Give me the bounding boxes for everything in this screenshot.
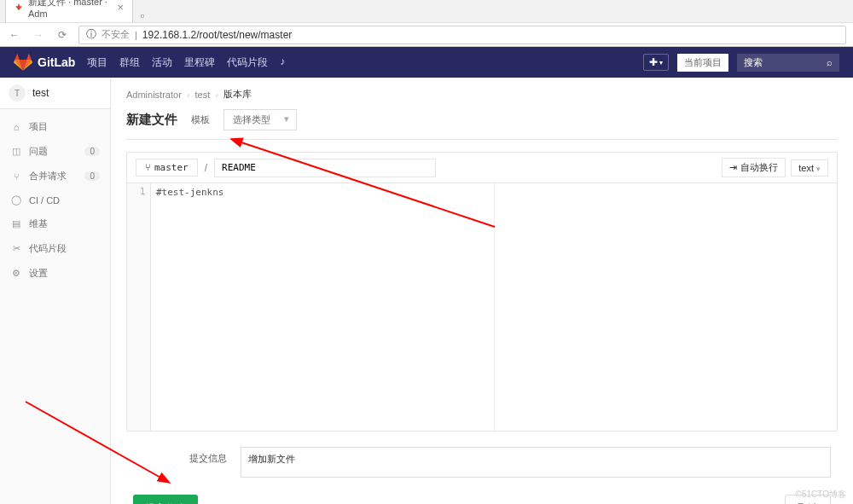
sidebar-label: 代码片段 bbox=[29, 242, 100, 255]
commit-section: 提交信息 增加新文件 提交修改 取消 bbox=[126, 447, 838, 504]
merge-badge: 0 bbox=[84, 171, 100, 181]
browser-chrome: 新建文件 · master · Adm × ▫ ← → ⟳ ⓘ 不安全 | 19… bbox=[0, 0, 853, 47]
search-icon: ⌕ bbox=[827, 57, 833, 67]
sidebar-label: 项目 bbox=[29, 120, 100, 133]
gitlab-header: GitLab 项目 群组 活动 里程碑 代码片段 ♪ ✚ ▾ 当前项目 搜索 ⌕ bbox=[0, 47, 853, 78]
wiki-icon: ▤ bbox=[10, 218, 22, 229]
new-tab-button[interactable]: ▫ bbox=[133, 9, 151, 22]
template-select[interactable]: 选择类型 bbox=[223, 109, 297, 130]
editor-area[interactable]: 1 #test-jenkns bbox=[127, 183, 837, 431]
header-nav: 项目 群组 活动 里程碑 代码片段 ♪ bbox=[87, 55, 285, 70]
sidebar-items: ⌂ 项目 ◫ 问题 0 ⑂ 合并请求 0 ◯ CI / CD ▤ 维基 bbox=[0, 109, 110, 291]
url-input[interactable]: ⓘ 不安全 | 192.168.1.2/root/test/new/master bbox=[78, 26, 846, 44]
watermark: ©51CTO博客 bbox=[796, 489, 846, 501]
project-avatar: T bbox=[9, 84, 26, 101]
nav-activity[interactable]: 活动 bbox=[152, 55, 172, 70]
sidebar-item-merge[interactable]: ⑂ 合并请求 0 bbox=[0, 164, 110, 188]
file-header: ⑂ master / ⇥ 自动换行 text ▾ bbox=[127, 153, 837, 183]
gitlab-logo[interactable]: GitLab bbox=[14, 53, 75, 72]
reload-icon[interactable]: ⟳ bbox=[55, 27, 70, 43]
snippet-icon: ✂ bbox=[10, 243, 22, 254]
line-gutter: 1 bbox=[127, 183, 151, 431]
soft-wrap-button[interactable]: ⇥ 自动换行 bbox=[722, 158, 786, 177]
commit-row: 提交信息 增加新文件 bbox=[133, 447, 831, 478]
submit-button[interactable]: 提交修改 bbox=[133, 495, 198, 504]
project-name: test bbox=[32, 87, 49, 99]
sidebar-item-issues[interactable]: ◫ 问题 0 bbox=[0, 139, 110, 164]
editor-text: #test-jenkns bbox=[156, 187, 223, 198]
browser-tab-bar: 新建文件 · master · Adm × ▫ bbox=[0, 0, 853, 22]
sidebar-label: 设置 bbox=[29, 267, 100, 280]
syntax-label: text bbox=[798, 163, 814, 173]
editor-ruler bbox=[494, 183, 495, 431]
sidebar-label: CI / CD bbox=[29, 195, 100, 206]
branch-display: ⑂ master bbox=[136, 159, 198, 177]
url-text: 192.168.1.2/root/test/new/master bbox=[142, 29, 292, 41]
breadcrumb-test[interactable]: test bbox=[194, 90, 210, 100]
tab-close-icon[interactable]: × bbox=[117, 1, 124, 14]
issues-badge: 0 bbox=[84, 147, 100, 156]
breadcrumb-admin[interactable]: Administrator bbox=[126, 90, 182, 100]
syntax-select[interactable]: text ▾ bbox=[791, 159, 828, 177]
breadcrumb-repo[interactable]: 版本库 bbox=[223, 88, 252, 101]
search-input[interactable]: 搜索 ⌕ bbox=[737, 54, 839, 72]
sidebar-label: 维基 bbox=[29, 217, 100, 230]
file-panel: ⑂ master / ⇥ 自动换行 text ▾ bbox=[126, 152, 838, 432]
page-title-row: 新建文件 模板 选择类型 bbox=[126, 109, 838, 140]
branch-icon: ⑂ bbox=[145, 162, 151, 173]
main-layout: T test ⌂ 项目 ◫ 问题 0 ⑂ 合并请求 0 ◯ CI / CD bbox=[0, 78, 853, 504]
sidebar-item-snippets[interactable]: ✂ 代码片段 bbox=[0, 236, 110, 261]
template-label: 模板 bbox=[191, 113, 210, 126]
new-dropdown[interactable]: ✚ ▾ bbox=[643, 54, 669, 71]
chevron-down-icon: ▾ bbox=[816, 165, 821, 173]
sidebar-label: 问题 bbox=[29, 145, 78, 158]
filename-input[interactable] bbox=[214, 159, 436, 177]
tab-title: 新建文件 · master · Adm bbox=[28, 0, 112, 19]
sidebar-item-wiki[interactable]: ▤ 维基 bbox=[0, 211, 110, 236]
ci-icon: ◯ bbox=[10, 194, 22, 206]
brand-text: GitLab bbox=[38, 55, 75, 69]
url-bar: ← → ⟳ ⓘ 不安全 | 192.168.1.2/root/test/new/… bbox=[0, 22, 853, 46]
search-placeholder: 搜索 bbox=[744, 56, 763, 69]
sidebar-item-project[interactable]: ⌂ 项目 bbox=[0, 114, 110, 139]
branch-name: master bbox=[154, 162, 189, 173]
commit-message-input[interactable]: 增加新文件 bbox=[241, 447, 831, 478]
content-area: Administrator › test › 版本库 新建文件 模板 选择类型 … bbox=[111, 78, 853, 504]
tab-favicon bbox=[15, 3, 23, 13]
merge-icon: ⑂ bbox=[10, 171, 22, 182]
breadcrumb: Administrator › test › 版本库 bbox=[126, 88, 838, 101]
gitlab-logo-icon bbox=[14, 53, 32, 72]
breadcrumb-sep: › bbox=[215, 90, 218, 100]
gear-icon: ⚙ bbox=[10, 268, 22, 279]
nav-groups[interactable]: 群组 bbox=[119, 55, 140, 70]
nav-milestones[interactable]: 里程碑 bbox=[184, 55, 215, 70]
breadcrumb-sep: › bbox=[187, 90, 190, 100]
header-right: ✚ ▾ 当前项目 搜索 ⌕ bbox=[643, 54, 839, 72]
sidebar: T test ⌂ 项目 ◫ 问题 0 ⑂ 合并请求 0 ◯ CI / CD bbox=[0, 78, 111, 504]
plus-icon: ✚ bbox=[649, 56, 658, 68]
url-sep: | bbox=[135, 30, 137, 40]
project-scope-select[interactable]: 当前项目 bbox=[677, 54, 728, 72]
commit-label: 提交信息 bbox=[133, 447, 227, 465]
wrap-label: 自动换行 bbox=[740, 161, 778, 174]
nav-snippets[interactable]: 代码片段 bbox=[227, 55, 268, 70]
wrap-icon: ⇥ bbox=[729, 162, 737, 173]
path-separator: / bbox=[205, 162, 207, 174]
info-icon: ⓘ bbox=[86, 27, 96, 42]
project-header[interactable]: T test bbox=[0, 78, 110, 109]
forward-icon[interactable]: → bbox=[31, 27, 46, 43]
chevron-down-icon: ▾ bbox=[659, 59, 663, 67]
editor-content[interactable]: #test-jenkns bbox=[151, 183, 837, 431]
sidebar-item-settings[interactable]: ⚙ 设置 bbox=[0, 261, 110, 286]
page-title: 新建文件 bbox=[126, 112, 177, 128]
nav-projects[interactable]: 项目 bbox=[87, 55, 107, 70]
issue-icon: ◫ bbox=[10, 146, 22, 157]
back-icon[interactable]: ← bbox=[7, 27, 22, 43]
insecure-label: 不安全 bbox=[102, 28, 130, 41]
file-header-right: ⇥ 自动换行 text ▾ bbox=[722, 158, 828, 177]
nav-more-icon[interactable]: ♪ bbox=[280, 55, 285, 70]
home-icon: ⌂ bbox=[10, 122, 22, 132]
browser-tab[interactable]: 新建文件 · master · Adm × bbox=[5, 0, 133, 22]
sidebar-label: 合并请求 bbox=[29, 170, 78, 182]
sidebar-item-cicd[interactable]: ◯ CI / CD bbox=[0, 188, 110, 211]
